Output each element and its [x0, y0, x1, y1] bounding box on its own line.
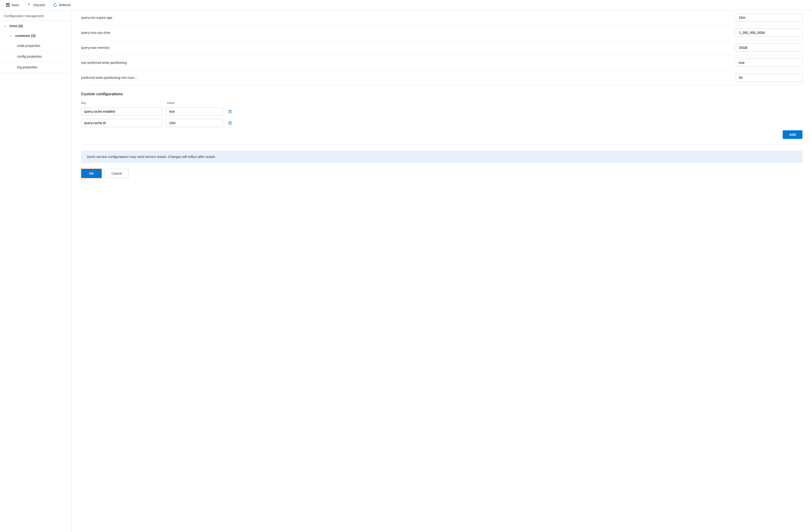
svg-rect-3: [229, 110, 232, 113]
save-label: Save: [12, 3, 19, 7]
discard-button[interactable]: Discard: [26, 2, 46, 8]
save-icon: [6, 3, 10, 7]
leaf-node-properties[interactable]: node.properties: [0, 41, 71, 51]
save-button[interactable]: Save: [4, 2, 21, 8]
refresh-button[interactable]: Refresh: [51, 2, 72, 8]
action-row: Ok Cancel: [81, 169, 802, 178]
config-label-4: preferred-write-partitioning-min-num...: [81, 76, 731, 79]
notice-text: Some service configurations may need ser…: [87, 155, 216, 159]
config-row-4: preferred-write-partitioning-min-num...: [81, 70, 802, 85]
custom-key-input-1[interactable]: [81, 119, 162, 127]
notice-box: Some service configurations may need ser…: [81, 151, 802, 163]
refresh-icon: [53, 3, 57, 7]
leaf-config-properties[interactable]: config.properties: [0, 51, 71, 62]
config-label-1: query.max-cpu-time: [81, 31, 731, 34]
tree-child-label: common (3): [15, 34, 35, 38]
custom-config-header: key value: [81, 101, 802, 105]
tree-child-common[interactable]: ⌄ common (3): [0, 31, 71, 41]
toolbar: Save Discard Refresh: [0, 0, 812, 10]
config-input-4[interactable]: [736, 74, 802, 82]
custom-value-input-1[interactable]: [166, 119, 223, 127]
discard-icon: [28, 3, 32, 7]
ok-button[interactable]: Ok: [81, 169, 102, 178]
config-row-2: query.max-memory: [81, 40, 802, 55]
leaf-log-properties[interactable]: log.properties: [0, 62, 71, 73]
add-button[interactable]: Add: [783, 130, 802, 139]
chevron-down-icon-2: ⌄: [10, 34, 13, 38]
add-btn-row: Add: [81, 130, 802, 145]
trash-icon-1: [228, 121, 232, 125]
tree-group: ⌄ trino (3) ⌄ common (3) node.properties…: [0, 21, 71, 73]
tree-parent-label: trino (3): [10, 24, 23, 28]
custom-value-input-0[interactable]: [166, 107, 223, 116]
config-row-0: query.min-expire-age: [81, 10, 802, 25]
config-row-1: query.max-cpu-time: [81, 25, 802, 40]
custom-config-row-0: [81, 107, 802, 116]
config-label-3: use-preferred-write-partitioning: [81, 61, 731, 64]
chevron-down-icon: ⌄: [4, 24, 8, 28]
custom-section-title: Custom configurations: [81, 92, 802, 96]
config-label-0: query.min-expire-age: [81, 16, 731, 19]
custom-key-column-label: key: [81, 101, 162, 105]
svg-rect-6: [229, 122, 232, 124]
trash-icon-0: [228, 109, 232, 114]
delete-row-1-button[interactable]: [227, 120, 233, 126]
sidebar-title: Configuration management: [0, 10, 71, 21]
config-input-3[interactable]: [736, 59, 802, 67]
config-rows: query.min-expire-age query.max-cpu-time …: [81, 10, 802, 85]
refresh-label: Refresh: [59, 3, 71, 7]
cancel-button[interactable]: Cancel: [105, 169, 129, 178]
content-panel: query.min-expire-age query.max-cpu-time …: [72, 10, 812, 532]
config-input-1[interactable]: [736, 29, 802, 37]
sidebar: Configuration management ⌄ trino (3) ⌄ c…: [0, 10, 72, 532]
config-label-2: query.max-memory: [81, 46, 731, 49]
custom-key-input-0[interactable]: [81, 107, 162, 116]
config-input-2[interactable]: [736, 44, 802, 52]
tree-parent-trino[interactable]: ⌄ trino (3): [0, 21, 71, 31]
discard-label: Discard: [33, 3, 45, 7]
main-area: Configuration management ⌄ trino (3) ⌄ c…: [0, 10, 812, 532]
custom-config-row-1: [81, 119, 802, 127]
svg-rect-1: [7, 3, 9, 4]
svg-rect-2: [7, 5, 9, 6]
custom-value-column-label: value: [167, 101, 234, 105]
config-input-0[interactable]: [736, 14, 802, 22]
config-row-3: use-preferred-write-partitioning: [81, 55, 802, 70]
delete-row-0-button[interactable]: [227, 108, 233, 115]
